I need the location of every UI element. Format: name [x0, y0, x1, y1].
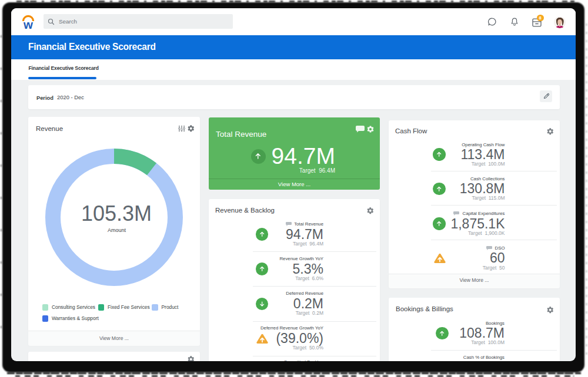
- svg-text:w: w: [23, 18, 33, 30]
